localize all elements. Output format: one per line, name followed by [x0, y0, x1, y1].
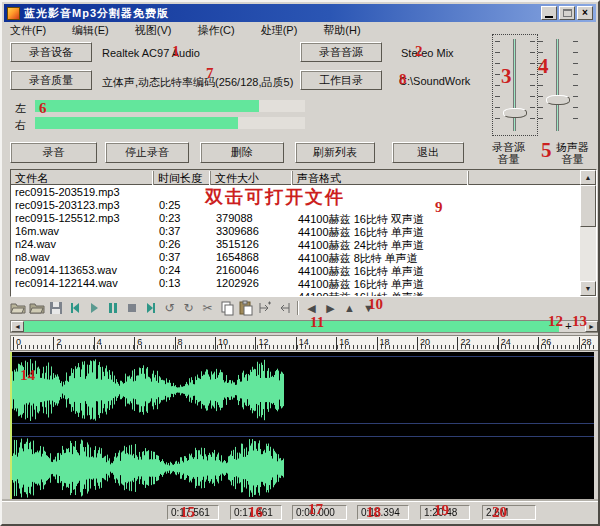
column-header-format[interactable]: 声音格式: [293, 171, 469, 185]
toolbar: ↺ ↻ ✂ ◀ ▶ ▲ ▼: [8, 298, 592, 318]
triangle-down-icon[interactable]: ▼: [359, 299, 378, 317]
record-source-value: Stereo Mix: [401, 47, 454, 59]
cell-time: 0:13: [159, 277, 180, 289]
speaker-volume-slider[interactable]: [536, 35, 580, 135]
scroll-down-icon[interactable]: ▼: [580, 281, 596, 296]
menu-item-5[interactable]: 帮助(H): [317, 22, 366, 39]
table-row[interactable]: rec0914-113653.wav0:24216004644100赫兹 16比…: [11, 264, 580, 277]
table-row[interactable]: rec0914-122144.wav0:13120292644100赫兹 16比…: [11, 277, 580, 290]
cell-name: 16m.wav: [15, 225, 59, 237]
table-row[interactable]: rec0915-203123.mp30:25: [11, 199, 580, 212]
record-button[interactable]: 录音: [10, 142, 97, 163]
exit-button[interactable]: 退出: [392, 142, 464, 163]
app-window: 蓝光影音Mp3分割器免费版 × 文件(F)编辑(E)视图(V)操作(C)处理(P…: [0, 0, 600, 526]
ruler-label: 6: [134, 337, 142, 347]
menu-item-0[interactable]: 文件(F): [4, 22, 52, 39]
table-row[interactable]: 16m.wav0:37330968644100赫兹 16比特 单声道: [11, 225, 580, 238]
ruler-label: 2: [53, 337, 61, 347]
triangle-right-icon[interactable]: ▶: [321, 299, 340, 317]
pause-icon[interactable]: [103, 299, 122, 317]
scroll-right-icon[interactable]: ►: [585, 321, 598, 332]
slider-ticks: [573, 41, 578, 129]
work-dir-value: C:\SoundWork: [399, 75, 470, 87]
window-title: 蓝光影音Mp3分割器免费版: [24, 6, 169, 21]
meter-left-label: 左: [15, 101, 26, 116]
slider-thumb[interactable]: [503, 108, 527, 118]
minimize-button[interactable]: [541, 6, 557, 20]
column-header-filename[interactable]: 文件名: [11, 171, 154, 185]
status-panel: 2.6M: [482, 505, 536, 520]
cut-icon[interactable]: ✂: [198, 299, 217, 317]
ruler-label: 4: [94, 337, 102, 347]
menu-item-4[interactable]: 处理(P): [255, 22, 304, 39]
record-quality-value: 立体声,动态比特率编码(256/128,品质5): [102, 75, 293, 90]
close-button[interactable]: ×: [577, 6, 593, 20]
triangle-left-icon[interactable]: ◀: [302, 299, 321, 317]
open-file-icon[interactable]: [8, 299, 27, 317]
stop-record-button[interactable]: 停止录音: [105, 142, 189, 163]
status-panel: 1:20.48: [420, 505, 470, 520]
record-device-button[interactable]: 录音设备: [10, 42, 92, 62]
position-fill: [24, 321, 559, 332]
ruler-label: 12: [255, 337, 268, 347]
slider-thumb[interactable]: [546, 95, 570, 105]
play-icon[interactable]: [84, 299, 103, 317]
cell-name: n8.wav: [15, 251, 50, 263]
slider-ticks: [495, 41, 500, 129]
ruler-label: 18: [377, 337, 390, 347]
ruler-label: 0: [13, 337, 21, 347]
cell-time: 0:24: [159, 264, 180, 276]
scroll-left-icon[interactable]: ◄: [11, 321, 24, 332]
mark-out-icon[interactable]: [274, 299, 293, 317]
cell-time: 0:37: [159, 225, 180, 237]
save-icon[interactable]: [46, 299, 65, 317]
table-row[interactable]: n8.wav0:37165486844100赫兹 8比特 单声道: [11, 251, 580, 264]
skip-end-icon[interactable]: [141, 299, 160, 317]
column-header-duration[interactable]: 时间长度: [154, 171, 211, 185]
delete-button[interactable]: 删除: [200, 142, 284, 163]
column-header-filesize[interactable]: 文件大小: [211, 171, 293, 185]
file-list-scrollbar[interactable]: ▲ ▼: [580, 170, 596, 296]
ruler-label: 24: [498, 337, 511, 347]
toolbar-separator: [297, 301, 298, 315]
copy-icon[interactable]: [217, 299, 236, 317]
scroll-up-icon[interactable]: ▲: [580, 170, 596, 185]
table-row[interactable]: rec0915-203519.mp3: [11, 186, 580, 199]
position-scrollbar[interactable]: ◄ ►: [10, 320, 599, 333]
file-list: 文件名 时间长度 文件大小 声音格式 rec0915-203519.mp3rec…: [10, 169, 597, 297]
paste-icon[interactable]: [236, 299, 255, 317]
table-row[interactable]: 44100赫兹 16比特 单声道: [11, 290, 580, 297]
cell-size: 1654868: [216, 251, 259, 263]
stop-icon[interactable]: [122, 299, 141, 317]
scrollbar-thumb[interactable]: [580, 185, 596, 227]
slider-ticks: [530, 41, 535, 129]
ruler-label: 8: [175, 337, 183, 347]
triangle-up-icon[interactable]: ▲: [340, 299, 359, 317]
menu-item-3[interactable]: 操作(C): [191, 22, 240, 39]
redo-icon[interactable]: ↻: [179, 299, 198, 317]
time-ruler: 0246810121416182022242628: [10, 335, 599, 351]
cell-size: 3309686: [216, 225, 259, 237]
table-row[interactable]: rec0915-125512.mp30:2337908844100赫兹 16比特…: [11, 212, 580, 225]
record-source-button[interactable]: 录音音源: [300, 42, 382, 62]
file-list-header: 文件名 时间长度 文件大小 声音格式: [11, 170, 580, 185]
cell-time: 0:37: [159, 251, 180, 263]
slider-track: [556, 39, 559, 131]
open-folder-icon[interactable]: [27, 299, 46, 317]
record-volume-slider[interactable]: [493, 35, 537, 135]
mark-in-icon[interactable]: [255, 299, 274, 317]
maximize-button[interactable]: [559, 6, 575, 20]
title-bar: 蓝光影音Mp3分割器免费版 ×: [4, 4, 596, 22]
table-row[interactable]: n24.wav0:26351512644100赫兹 24比特 单声道: [11, 238, 580, 251]
skip-start-icon[interactable]: [65, 299, 84, 317]
menu-item-1[interactable]: 编辑(E): [66, 22, 115, 39]
record-quality-button[interactable]: 录音质量: [10, 70, 92, 90]
menu-item-2[interactable]: 视图(V): [129, 22, 178, 39]
refresh-list-button[interactable]: 刷新列表: [295, 142, 375, 163]
undo-icon[interactable]: ↺: [160, 299, 179, 317]
ruler-label: 14: [296, 337, 309, 347]
level-meter-right: [35, 117, 305, 129]
waveform-display[interactable]: [10, 352, 594, 504]
work-dir-button[interactable]: 工作目录: [300, 70, 382, 90]
cell-name: rec0914-113653.wav: [15, 264, 117, 276]
